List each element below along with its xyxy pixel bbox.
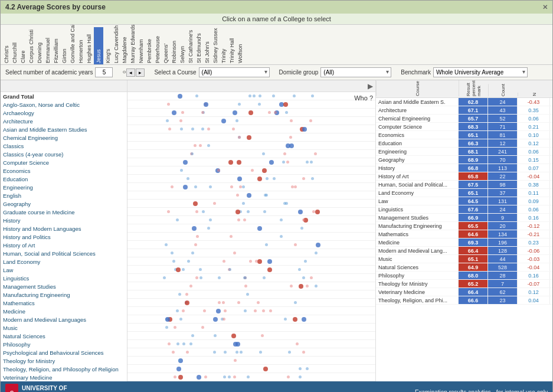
college-name-pembroke[interactable]: Pembroke	[146, 27, 153, 64]
chart-dot	[262, 309, 265, 312]
domicile-select-wrapper[interactable]: (All)	[320, 67, 391, 77]
college-name-churchill[interactable]: Churchill	[11, 27, 18, 64]
course-item[interactable]: Veterinary Medicine	[1, 373, 127, 381]
chart-arrow[interactable]: ▶	[368, 82, 373, 90]
domicile-select[interactable]: (All)	[320, 67, 391, 77]
course-item[interactable]: History of Art	[1, 241, 127, 249]
chart-dot	[185, 293, 188, 296]
benchmark-select-wrapper[interactable]: Whole University Average	[433, 67, 528, 77]
years-value[interactable]: 5	[95, 67, 113, 77]
college-name-peterhouse[interactable]: Peterhouse	[154, 27, 161, 64]
course-item[interactable]: Computer Science	[1, 158, 127, 166]
course-item[interactable]: Archaeology	[1, 109, 127, 117]
college-name-downing[interactable]: Downing	[36, 27, 43, 64]
course-item[interactable]: Human, Social and Political Sciences	[1, 249, 127, 257]
next-button[interactable]: ▸	[136, 68, 145, 77]
college-name-robinson[interactable]: Robinson	[171, 27, 178, 64]
course-item[interactable]: Classics (4-year course)	[1, 150, 127, 158]
college-name-fitzwilliam[interactable]: Fitzwilliam	[53, 27, 60, 64]
college-name-emmanuel[interactable]: Emmanuel	[44, 27, 51, 64]
stats-name-cell: Chemical Engineering	[376, 115, 459, 122]
chart-row	[127, 100, 375, 109]
college-name-corpus-christi[interactable]: Corpus Christi	[28, 27, 35, 64]
course-item[interactable]: Psychological and Behavioural Sciences	[1, 348, 127, 357]
course-label: Select a Course	[154, 69, 196, 76]
course-item[interactable]: Law	[1, 266, 127, 274]
chart-row	[127, 266, 375, 274]
course-item[interactable]: Graduate course in Medicine	[1, 208, 127, 216]
stats-n-cell: 0.10	[518, 131, 550, 139]
course-item[interactable]: Land Economy	[1, 257, 127, 266]
radio-btn[interactable]: ○	[122, 68, 126, 77]
course-item[interactable]: Theology, Religion, and Philosophy of Re…	[1, 365, 127, 373]
college-name-magdalene[interactable]: Magdalene	[121, 27, 128, 64]
stats-row: Linguistics67.6240.06	[376, 205, 552, 214]
stats-n-cell: -0.07	[518, 280, 550, 288]
college-name-queens'[interactable]: Queens'	[162, 27, 169, 64]
title-bar: 4.2 Average Scores by course ✕	[1, 1, 552, 14]
college-name-murray-edwards[interactable]: Murray Edwards	[129, 27, 136, 64]
course-item[interactable]: Geography	[1, 200, 127, 208]
course-item[interactable]: Modern and Medieval Languages	[1, 315, 127, 324]
college-name-selwyn[interactable]: Selwyn	[179, 27, 186, 64]
course-item[interactable]: Medicine	[1, 307, 127, 315]
college-name-trinity[interactable]: Trinity	[220, 27, 227, 64]
course-select[interactable]: (All)	[199, 67, 270, 77]
course-item[interactable]: English	[1, 191, 127, 200]
course-item[interactable]: Mathematics	[1, 299, 127, 307]
chart-dot	[221, 119, 226, 123]
course-item[interactable]: Chemical Engineering	[1, 133, 127, 142]
course-item[interactable]: Engineering	[1, 183, 127, 191]
stats-value-cell: 66.8	[459, 164, 488, 172]
chart-dot	[302, 351, 305, 354]
course-item[interactable]: History and Modern Languages	[1, 224, 127, 233]
college-names-container: Christ'sChurchillClareCorpus ChristiDown…	[1, 25, 552, 64]
course-item[interactable]: Natural Sciences	[1, 332, 127, 340]
course-item[interactable]: Music	[1, 324, 127, 332]
course-control: Select a Course (All)	[154, 67, 269, 77]
benchmark-select[interactable]: Whole University Average	[433, 67, 528, 77]
college-name-st-edmund's[interactable]: St Edmund's	[195, 27, 202, 64]
course-item[interactable]: Anglo-Saxon, Norse and Celtic	[1, 100, 127, 109]
college-name-jesus[interactable]: Jesus	[94, 27, 103, 64]
college-name-king's[interactable]: King's	[104, 27, 112, 64]
stats-n-cell: 0.04	[518, 296, 550, 304]
college-name-girton[interactable]: Girton	[61, 27, 68, 64]
course-item[interactable]: Linguistics	[1, 274, 127, 282]
college-name-sidney-sussex[interactable]: Sidney Sussex	[212, 27, 219, 64]
course-item[interactable]: Education	[1, 175, 127, 183]
chart-dot	[194, 144, 197, 147]
stats-n-cell: 0.35	[518, 106, 550, 114]
course-item[interactable]: History and Politics	[1, 233, 127, 241]
course-item[interactable]: Architecture	[1, 117, 127, 125]
chart-dot	[255, 260, 258, 263]
course-item[interactable]: Classics	[1, 142, 127, 150]
close-button[interactable]: ✕	[542, 4, 548, 11]
course-item[interactable]: Economics	[1, 166, 127, 175]
chart-dot	[236, 194, 239, 197]
course-item[interactable]: Theology for Ministry	[1, 357, 127, 365]
college-name-trinity-hall[interactable]: Trinity Hall	[228, 27, 235, 64]
prev-button[interactable]: ◂	[126, 68, 135, 77]
college-name-st-john's[interactable]: St John's	[204, 27, 211, 64]
chart-dot	[259, 351, 262, 354]
course-item[interactable]: Asian and Middle Eastern Studies	[1, 125, 127, 133]
college-name-wolfson[interactable]: Wolfson	[237, 27, 244, 64]
course-select-wrapper[interactable]: (All)	[199, 67, 270, 77]
college-name-homerton[interactable]: Homerton	[77, 27, 84, 64]
course-item[interactable]: Manufacturing Engineering	[1, 290, 127, 299]
course-item[interactable]: History	[1, 216, 127, 224]
stats-row: Manufacturing Engineering65.520-0.12	[376, 222, 552, 230]
college-name-newnham[interactable]: Newnham	[138, 27, 145, 64]
college-name-lucy-cavendish[interactable]: Lucy Cavendish	[113, 27, 120, 64]
course-item[interactable]: Philosophy	[1, 340, 127, 348]
college-name-gonville-and-caius[interactable]: Gonville and Caius	[69, 27, 76, 64]
college-name-clare[interactable]: Clare	[19, 27, 27, 64]
course-item[interactable]: Grand Total	[1, 92, 127, 100]
college-name-hughes-hall[interactable]: Hughes Hall	[86, 27, 93, 64]
college-name-christ's[interactable]: Christ's	[3, 27, 10, 64]
college-name-st-catharine's[interactable]: St Catharine's	[187, 27, 194, 64]
stats-n-cell: 0.07	[518, 164, 550, 172]
course-item[interactable]: Management Studies	[1, 282, 127, 290]
chart-dot	[242, 202, 245, 205]
